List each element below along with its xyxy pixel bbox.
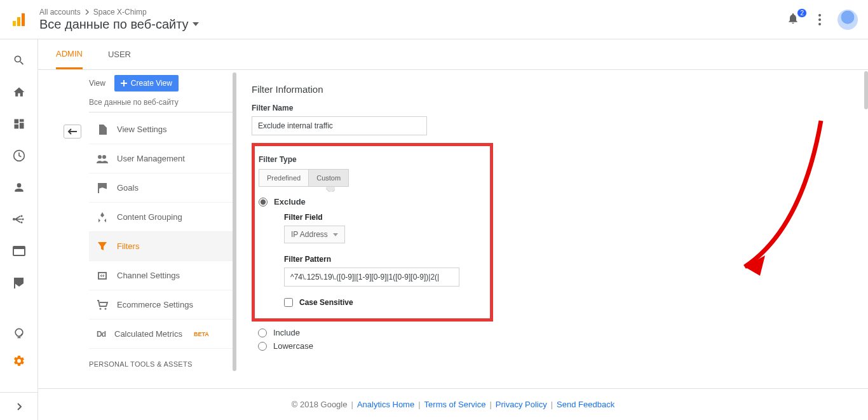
svg-point-7 <box>20 215 22 217</box>
svg-point-13 <box>98 155 102 159</box>
filter-pattern-label: Filter Pattern <box>284 255 480 264</box>
filter-icon <box>97 241 108 252</box>
highlight-box: Filter Type Predefined Custom Exclude Fi… <box>252 143 493 322</box>
scrollbar-right[interactable] <box>864 71 868 109</box>
plus-icon <box>121 80 127 86</box>
nav-goals[interactable]: Goals <box>89 173 233 203</box>
channel-icon <box>97 270 108 281</box>
breadcrumb-account[interactable]: Space X-Chimp <box>93 8 147 17</box>
view-subtitle: Все данные по веб-сайту <box>89 98 233 112</box>
view-selector[interactable]: Все данные по веб-сайту <box>39 17 787 32</box>
tabs-row: ADMIN USER <box>38 39 868 70</box>
discover-icon[interactable] <box>12 326 26 340</box>
notification-count-badge: 2 <box>797 8 807 18</box>
seg-pointer <box>326 187 335 192</box>
seg-predefined[interactable]: Predefined <box>259 169 309 187</box>
chevron-right-icon <box>17 403 22 410</box>
svg-point-16 <box>100 308 102 309</box>
radio-exclude-input[interactable] <box>259 198 268 207</box>
view-label: View <box>89 79 105 88</box>
radio-lowercase-input[interactable] <box>258 342 267 351</box>
svg-point-17 <box>105 308 107 309</box>
filter-field-dropdown[interactable]: IP Address <box>284 226 345 243</box>
admin-gear-icon[interactable] <box>12 354 26 368</box>
radio-include[interactable]: Include <box>258 328 868 337</box>
grouping-icon <box>97 212 108 223</box>
more-vert-icon <box>818 14 821 25</box>
view-column: View Create View Все данные по веб-сайту… <box>89 70 233 388</box>
back-arrow-icon <box>67 128 78 135</box>
back-button[interactable] <box>64 125 81 139</box>
footer-analytics-home[interactable]: Analytics Home <box>357 400 414 409</box>
conversions-icon[interactable] <box>12 276 26 290</box>
nav-view-settings[interactable]: View Settings <box>89 115 233 144</box>
tab-admin[interactable]: ADMIN <box>56 39 83 69</box>
footer-privacy[interactable]: Privacy Policy <box>496 400 547 409</box>
footer-copyright: © 2018 Google <box>292 400 348 409</box>
nav-ecommerce-settings[interactable]: Ecommerce Settings <box>89 290 233 320</box>
app-header: All accounts Space X-Chimp Все данные по… <box>0 0 868 39</box>
filter-pattern-input[interactable] <box>284 268 459 287</box>
filter-type-label: Filter Type <box>259 155 480 164</box>
section-personal-tools: PERSONAL TOOLS & ASSETS <box>89 349 233 372</box>
left-rail <box>0 39 38 420</box>
svg-point-9 <box>20 222 22 224</box>
svg-rect-11 <box>13 247 25 249</box>
case-sensitive-check[interactable]: Case Sensitive <box>284 298 480 307</box>
svg-point-8 <box>22 219 24 220</box>
flag-icon <box>97 182 108 194</box>
nav-content-grouping[interactable]: Content Grouping <box>89 203 233 232</box>
search-icon[interactable] <box>12 53 26 67</box>
annotation-arrow <box>491 114 840 305</box>
svg-point-6 <box>13 218 15 220</box>
filter-field-label: Filter Field <box>284 213 480 222</box>
filter-name-label: Filter Name <box>252 104 868 112</box>
users-icon <box>97 153 108 165</box>
home-icon[interactable] <box>12 85 26 99</box>
cart-icon <box>97 299 108 311</box>
svg-point-3 <box>818 14 821 17</box>
svg-rect-12 <box>14 278 15 288</box>
footer-feedback[interactable]: Send Feedback <box>557 400 614 409</box>
audience-icon[interactable] <box>12 180 26 194</box>
nav-calculated-metrics[interactable]: Dd Calculated Metrics BETA <box>89 320 233 349</box>
page-title: Все данные по веб-сайту <box>39 17 189 32</box>
tab-user[interactable]: USER <box>108 39 131 69</box>
behavior-icon[interactable] <box>12 244 26 258</box>
radio-exclude[interactable]: Exclude <box>259 197 480 207</box>
ga-logo-icon <box>8 8 31 31</box>
breadcrumb-all-accounts[interactable]: All accounts <box>39 8 81 17</box>
breadcrumb: All accounts Space X-Chimp <box>39 8 787 17</box>
nav-channel-settings[interactable]: Channel Settings <box>89 261 233 290</box>
dashboards-icon[interactable] <box>12 117 26 131</box>
caret-down-icon <box>193 22 199 26</box>
filter-panel: Filter Information Filter Name Filter Ty… <box>236 70 868 388</box>
nav-filters[interactable]: Filters <box>89 232 233 261</box>
svg-rect-1 <box>17 17 20 26</box>
chevron-right-icon <box>85 10 90 15</box>
expand-rail-button[interactable] <box>0 392 37 420</box>
nav-user-management[interactable]: User Management <box>89 144 233 173</box>
footer: © 2018 Google | Analytics Home | Terms o… <box>38 388 868 420</box>
filter-name-input[interactable] <box>252 116 427 135</box>
acquisition-icon[interactable] <box>12 212 26 226</box>
notifications-button[interactable]: 2 <box>787 12 802 27</box>
account-avatar[interactable] <box>837 10 858 30</box>
svg-point-14 <box>102 155 106 159</box>
realtime-icon[interactable] <box>12 149 26 163</box>
file-icon <box>97 124 108 135</box>
panel-title: Filter Information <box>252 84 868 95</box>
radio-include-input[interactable] <box>258 329 267 337</box>
radio-lowercase[interactable]: Lowercase <box>258 341 868 351</box>
seg-custom[interactable]: Custom <box>309 169 349 187</box>
create-view-button[interactable]: Create View <box>114 75 179 91</box>
more-menu-button[interactable] <box>812 12 827 27</box>
footer-terms[interactable]: Terms of Service <box>424 400 486 409</box>
svg-point-4 <box>818 18 821 21</box>
dd-icon: Dd <box>97 329 105 340</box>
svg-rect-2 <box>22 13 25 26</box>
case-sensitive-input[interactable] <box>284 298 293 307</box>
svg-rect-0 <box>13 21 16 26</box>
svg-point-5 <box>818 23 821 25</box>
caret-down-icon <box>333 233 338 236</box>
